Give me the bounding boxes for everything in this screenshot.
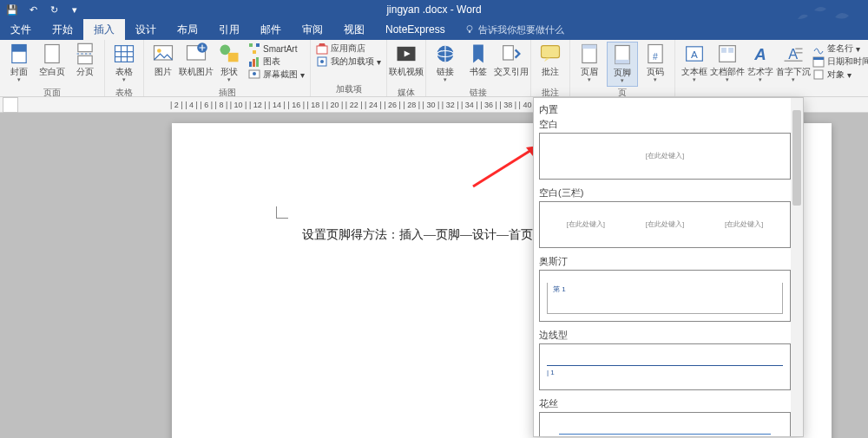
cursor-notch	[276, 206, 288, 219]
cover-page-button[interactable]: 封面	[3, 42, 35, 87]
document-text[interactable]: 设置页脚得方法：插入—页脚—设计—首页不同	[302, 227, 557, 243]
svg-rect-24	[256, 57, 259, 67]
svg-rect-5	[78, 43, 92, 51]
comment-button[interactable]: 批注	[535, 42, 566, 87]
online-video-button[interactable]: 联机视频	[391, 42, 422, 87]
svg-rect-47	[728, 48, 733, 53]
page-break-button[interactable]: 分页	[69, 42, 101, 87]
dropcap-button[interactable]: A首字下沉	[778, 42, 809, 87]
gallery-item-blank3col[interactable]: [在此处键入] [在此处键入] [在此处键入]	[539, 201, 791, 248]
ribbon: 封面 空白页 分页 页面 表格 表格 图片 联机图片 形状 SmartArt 图…	[0, 40, 868, 97]
group-pages-label: 页面	[0, 87, 104, 97]
online-pictures-button[interactable]: 联机图片	[181, 42, 212, 87]
group-addins: 应用商店 我的加载项 ▾ 加载项	[311, 40, 387, 96]
crossref-button[interactable]: 交叉引用	[496, 42, 527, 87]
tab-review[interactable]: 审阅	[292, 19, 333, 40]
gallery-item-border-title: 边线型	[539, 329, 791, 342]
placeholder-text: [在此处键入]	[646, 151, 684, 160]
svg-point-14	[157, 49, 161, 53]
tab-file[interactable]: 文件	[0, 19, 42, 40]
tab-references[interactable]: 引用	[208, 19, 250, 40]
object-icon	[812, 69, 825, 81]
gallery-item-austin[interactable]: 第 1	[539, 270, 791, 322]
placeholder-text: [在此处键入]	[705, 219, 783, 229]
tell-me-search[interactable]: 告诉我你想要做什么	[464, 19, 564, 40]
svg-rect-3	[12, 45, 26, 52]
svg-point-29	[320, 60, 324, 63]
bookmark-button[interactable]: 书签	[463, 42, 494, 87]
footer-gallery-dropdown[interactable]: 内置 空白 [在此处键入] 空白(三栏) [在此处键入] [在此处键入] [在此…	[533, 97, 804, 437]
group-media-label: 媒体	[387, 87, 425, 97]
placeholder-text: | 1	[547, 369, 555, 376]
link-button[interactable]: 链接	[430, 42, 461, 87]
undo-icon[interactable]: ↶	[26, 3, 40, 16]
gallery-item-border[interactable]: | 1	[539, 343, 791, 390]
picture-button[interactable]: 图片	[148, 42, 179, 87]
blank-page-button[interactable]: 空白页	[36, 42, 68, 87]
group-comments: 批注 批注	[531, 40, 570, 96]
group-links-label: 链接	[426, 87, 530, 97]
group-headerfooter: 页眉 页脚 #页码 页	[570, 40, 675, 96]
gallery-item-filigree[interactable]: ✦	[539, 412, 791, 437]
gallery-item-blank3col-title: 空白(三栏)	[539, 186, 791, 199]
group-headerfooter-label: 页	[570, 87, 674, 97]
chart-button[interactable]: 图表	[248, 56, 305, 68]
quickparts-button[interactable]: 文档部件	[712, 42, 743, 87]
svg-rect-23	[253, 59, 255, 67]
svg-rect-1	[469, 31, 470, 33]
tab-mailings[interactable]: 邮件	[250, 19, 292, 40]
svg-text:A: A	[753, 45, 766, 63]
gallery-item-filigree-title: 花丝	[539, 397, 791, 410]
object-button[interactable]: 对象 ▾	[812, 69, 868, 81]
ruler-corner	[3, 97, 18, 113]
tab-design[interactable]: 设计	[125, 19, 167, 40]
my-addins-button[interactable]: 我的加载项 ▾	[316, 56, 381, 68]
group-text-label	[675, 95, 868, 96]
tab-layout[interactable]: 布局	[167, 19, 208, 40]
screenshot-button[interactable]: 屏幕截图 ▾	[248, 69, 305, 81]
lightbulb-icon	[464, 24, 475, 35]
gallery-scrollbar[interactable]	[791, 98, 803, 436]
group-illustrations-label: 插图	[144, 87, 310, 97]
footer-button[interactable]: 页脚	[607, 42, 638, 87]
tab-home[interactable]: 开始	[42, 19, 83, 40]
smartart-button[interactable]: SmartArt	[248, 42, 305, 55]
header-button[interactable]: 页眉	[574, 42, 605, 87]
group-addins-label: 加载项	[311, 83, 386, 96]
svg-point-26	[253, 72, 256, 75]
signature-line-button[interactable]: 签名行 ▾	[812, 42, 868, 55]
svg-rect-22	[249, 62, 252, 67]
qat-customize-icon[interactable]: ▾	[68, 3, 82, 16]
group-illustrations: 图片 联机图片 形状 SmartArt 图表 屏幕截图 ▾ 插图	[144, 40, 311, 96]
store-button[interactable]: 应用商店	[316, 42, 381, 55]
datetime-button[interactable]: 日期和时间	[812, 56, 868, 68]
placeholder-text: [在此处键入]	[626, 219, 704, 229]
placeholder-text: [在此处键入]	[547, 219, 625, 229]
svg-rect-19	[249, 43, 253, 47]
table-button[interactable]: 表格	[108, 42, 140, 87]
svg-point-0	[467, 26, 472, 31]
svg-rect-35	[503, 46, 514, 60]
shapes-button[interactable]: 形状	[214, 42, 245, 87]
textbox-button[interactable]: A文本框	[679, 42, 710, 87]
gallery-item-blank-title: 空白	[539, 118, 791, 131]
page-number-button[interactable]: #页码	[640, 42, 671, 87]
tab-insert[interactable]: 插入	[83, 19, 125, 40]
tell-me-placeholder: 告诉我你想要做什么	[478, 23, 564, 36]
redo-icon[interactable]: ↻	[47, 3, 61, 16]
tab-view[interactable]: 视图	[333, 19, 375, 40]
titlebar: 💾 ↶ ↻ ▾ jingyan .docx - Word	[0, 0, 868, 19]
tab-noteexpress[interactable]: NoteExpress	[375, 19, 456, 40]
svg-rect-8	[115, 46, 134, 62]
screenshot-icon	[248, 69, 260, 81]
group-text: A文本框 文档部件 A艺术字 A首字下沉 签名行 ▾ 日期和时间 对象 ▾	[675, 40, 868, 96]
svg-rect-6	[78, 56, 92, 63]
svg-rect-54	[813, 57, 824, 60]
chart-icon	[248, 56, 260, 68]
save-icon[interactable]: 💾	[5, 3, 19, 16]
scrollbar-thumb[interactable]	[792, 110, 801, 206]
svg-text:#: #	[653, 51, 658, 62]
wordart-button[interactable]: A艺术字	[745, 42, 776, 87]
gallery-item-blank[interactable]: [在此处键入]	[539, 133, 791, 180]
group-tables: 表格 表格	[105, 40, 144, 96]
